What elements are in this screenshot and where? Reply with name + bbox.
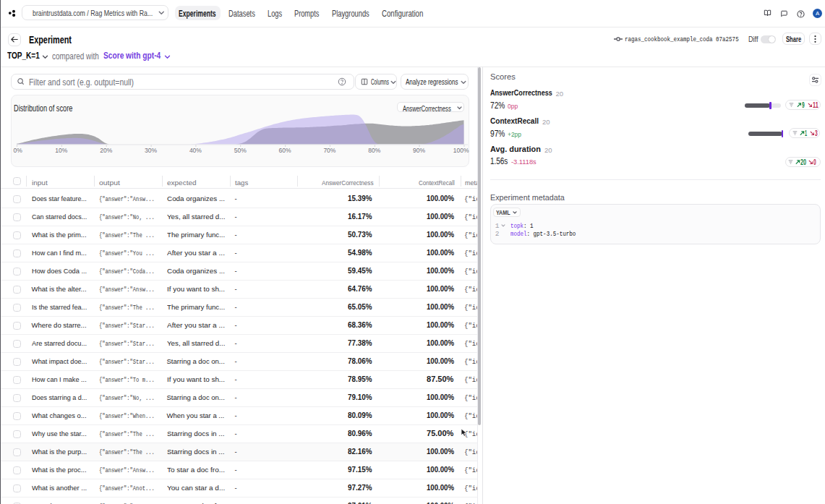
svg-text:50%: 50% bbox=[234, 147, 247, 154]
svg-text:70%: 70% bbox=[323, 147, 335, 154]
svg-text:40%: 40% bbox=[189, 147, 202, 154]
svg-text:90%: 90% bbox=[413, 147, 425, 154]
svg-text:80%: 80% bbox=[368, 147, 380, 154]
svg-text:30%: 30% bbox=[145, 147, 157, 154]
svg-text:20%: 20% bbox=[100, 147, 112, 154]
svg-text:100%: 100% bbox=[453, 147, 469, 154]
svg-text:60%: 60% bbox=[279, 147, 291, 154]
svg-text:10%: 10% bbox=[55, 147, 67, 154]
svg-text:0%: 0% bbox=[14, 147, 23, 154]
